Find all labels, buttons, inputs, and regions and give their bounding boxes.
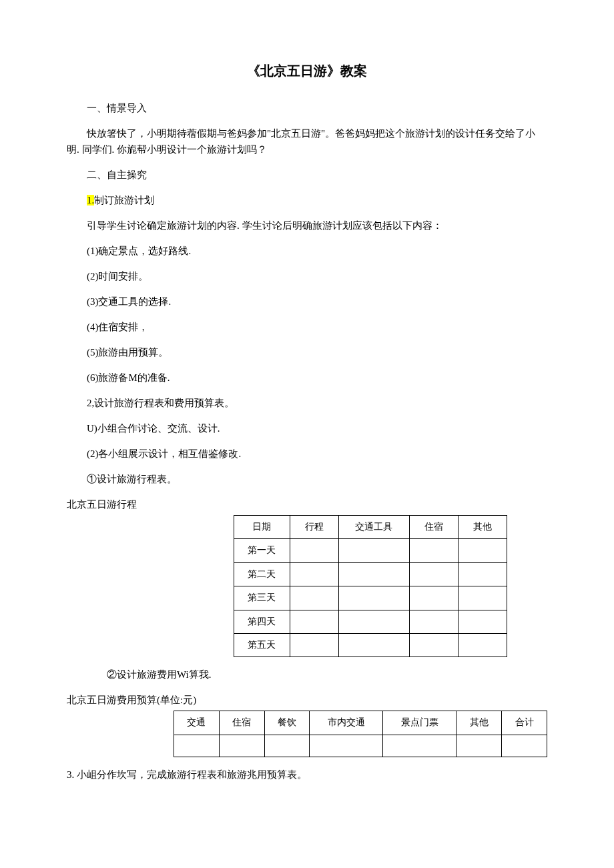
table-row: 第四天 [234, 610, 507, 633]
cell-empty [174, 735, 220, 757]
header-stay: 住宿 [409, 516, 458, 539]
cell-day-3: 第三天 [234, 586, 290, 610]
cell-empty [339, 562, 410, 586]
list-item-4: (4)住宿安排， [67, 319, 547, 335]
cell-empty [458, 633, 507, 657]
design-step-1: ①设计旅游行程表。 [67, 471, 547, 487]
section-2-item-2: 2,设计旅游行程表和费用预算表。 [67, 395, 547, 411]
header-other: 其他 [456, 711, 502, 735]
cell-empty [339, 539, 410, 562]
cell-empty [339, 586, 410, 610]
list-item-2: (2)时间安排。 [67, 268, 547, 284]
cell-empty [339, 633, 410, 657]
header-tickets: 景点门票 [383, 711, 456, 735]
cell-empty [290, 633, 338, 657]
header-date: 日期 [234, 516, 290, 539]
cell-empty [290, 610, 338, 633]
section-2-item-2-u: U)小组合作讨论、交流、设计. [67, 420, 547, 436]
cell-empty [458, 610, 507, 633]
cell-day-4: 第四天 [234, 610, 290, 633]
header-trip: 行程 [290, 516, 338, 539]
table-row [174, 735, 547, 757]
section-2-item-1-desc: 引导学生讨论确定旅游计划的内容. 学生讨论后明确旅游计划应该包括以下内容： [67, 218, 547, 234]
list-item-1: (1)确定景点，选好路线. [67, 243, 547, 259]
budget-table: 交通 住宿 餐饮 市内交通 景点门票 其他 合计 [174, 711, 547, 757]
header-total: 合计 [502, 711, 547, 735]
cell-empty [290, 586, 338, 610]
highlighted-number: 1. [87, 195, 94, 205]
cell-empty [290, 539, 338, 562]
cell-empty [409, 610, 458, 633]
cell-day-2: 第二天 [234, 562, 290, 586]
section-3: 3. 小岨分作坎写，完成旅游行程表和旅游兆用预算表。 [67, 767, 547, 783]
cell-empty [502, 735, 547, 757]
cell-empty [290, 562, 338, 586]
cell-empty [409, 539, 458, 562]
table-header-row: 交通 住宿 餐饮 市内交通 景点门票 其他 合计 [174, 711, 547, 735]
table-row: 第二天 [234, 562, 507, 586]
cell-empty [458, 562, 507, 586]
header-food: 餐饮 [264, 711, 310, 735]
page-title: 《北京五日游》教案 [67, 60, 547, 81]
cell-empty [383, 735, 456, 757]
section-2-heading: 二、自主操究 [67, 167, 547, 183]
cell-empty [310, 735, 383, 757]
cell-empty [456, 735, 502, 757]
cell-empty [339, 610, 410, 633]
cell-empty [458, 539, 507, 562]
header-city-transport: 市内交通 [310, 711, 383, 735]
table-row: 第一天 [234, 539, 507, 562]
section-2-item-2-2: (2)各小组展示设计，相互借鉴修改. [67, 446, 547, 462]
section-1-paragraph: 快放箸快了，小明期待蓿假期与爸妈参加"北京五日游"。爸爸妈妈把这个旅游计划的设计… [67, 125, 547, 157]
table-row: 第五天 [234, 633, 507, 657]
header-other: 其他 [458, 516, 507, 539]
cell-empty [409, 633, 458, 657]
item-1-text: 制订旅游计划 [94, 195, 154, 205]
section-1-heading: 一、情景导入 [67, 100, 547, 116]
cell-empty [409, 562, 458, 586]
list-item-5: (5)旅游由用预算。 [67, 344, 547, 360]
list-item-3: (3)交通工具的选择. [67, 294, 547, 310]
itinerary-table-caption: 北京五日游行程 [67, 496, 547, 512]
budget-table-caption: 北京五日游费用预算(单位:元) [67, 692, 547, 708]
table-row: 第三天 [234, 586, 507, 610]
list-item-6: (6)旅游备M的准备. [67, 370, 547, 386]
cell-empty [219, 735, 264, 757]
cell-empty [458, 586, 507, 610]
header-stay: 住宿 [219, 711, 264, 735]
itinerary-table: 日期 行程 交通工具 住宿 其他 第一天 第二天 第三天 第四天 第五天 [234, 515, 507, 657]
cell-empty [264, 735, 310, 757]
header-transport: 交通工具 [339, 516, 410, 539]
cell-day-5: 第五天 [234, 633, 290, 657]
header-traffic: 交通 [174, 711, 220, 735]
table-header-row: 日期 行程 交通工具 住宿 其他 [234, 516, 507, 539]
cell-day-1: 第一天 [234, 539, 290, 562]
cell-empty [409, 586, 458, 610]
section-2-item-1: 1.制订旅游计划 [67, 192, 547, 208]
design-step-2: ②设计旅游费用Wi算我. [67, 667, 547, 683]
